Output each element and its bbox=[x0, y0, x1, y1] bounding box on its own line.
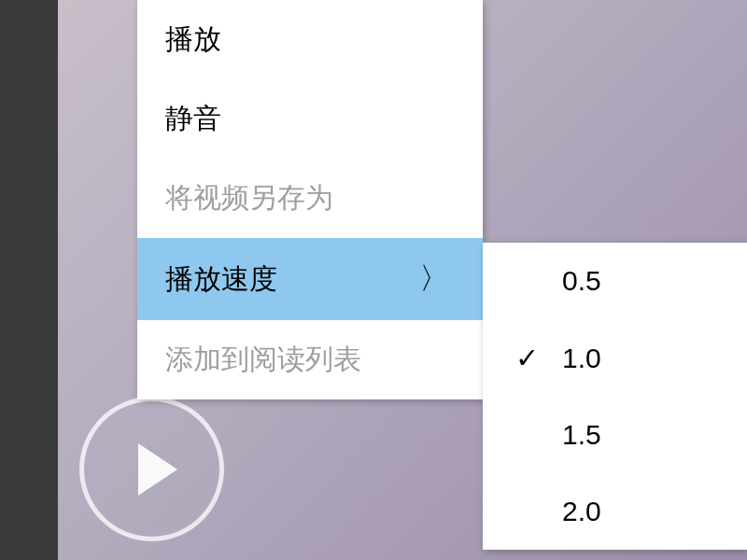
menu-item-label: 播放速度 bbox=[165, 260, 277, 299]
speed-label: 1.5 bbox=[553, 419, 719, 451]
menu-item-label: 静音 bbox=[165, 100, 221, 138]
play-button[interactable] bbox=[79, 397, 224, 541]
play-icon bbox=[138, 443, 177, 496]
speed-label: 2.0 bbox=[553, 496, 719, 527]
speed-option-0-5[interactable]: 0.5 bbox=[483, 243, 747, 319]
menu-item-label: 添加到阅读列表 bbox=[165, 341, 361, 379]
speed-label: 0.5 bbox=[553, 265, 719, 297]
check-icon: ✓ bbox=[501, 342, 553, 374]
playback-speed-submenu: 0.5 ✓ 1.0 1.5 2.0 bbox=[483, 243, 747, 550]
speed-option-1-0[interactable]: ✓ 1.0 bbox=[483, 319, 747, 397]
menu-item-label: 播放 bbox=[165, 21, 221, 59]
menu-item-mute[interactable]: 静音 bbox=[137, 79, 483, 159]
chevron-right-icon: 〉 bbox=[419, 259, 449, 300]
menu-item-save-video-as: 将视频另存为 bbox=[137, 159, 483, 238]
speed-option-1-5[interactable]: 1.5 bbox=[483, 397, 747, 473]
speed-option-2-0[interactable]: 2.0 bbox=[483, 473, 747, 550]
menu-item-add-to-reading-list: 添加到阅读列表 bbox=[137, 320, 483, 399]
speed-label: 1.0 bbox=[553, 343, 719, 374]
context-menu: 播放 静音 将视频另存为 播放速度 〉 添加到阅读列表 bbox=[137, 0, 483, 399]
menu-item-playback-speed[interactable]: 播放速度 〉 bbox=[137, 238, 483, 320]
menu-item-play[interactable]: 播放 bbox=[137, 0, 483, 79]
menu-item-label: 将视频另存为 bbox=[165, 179, 333, 217]
